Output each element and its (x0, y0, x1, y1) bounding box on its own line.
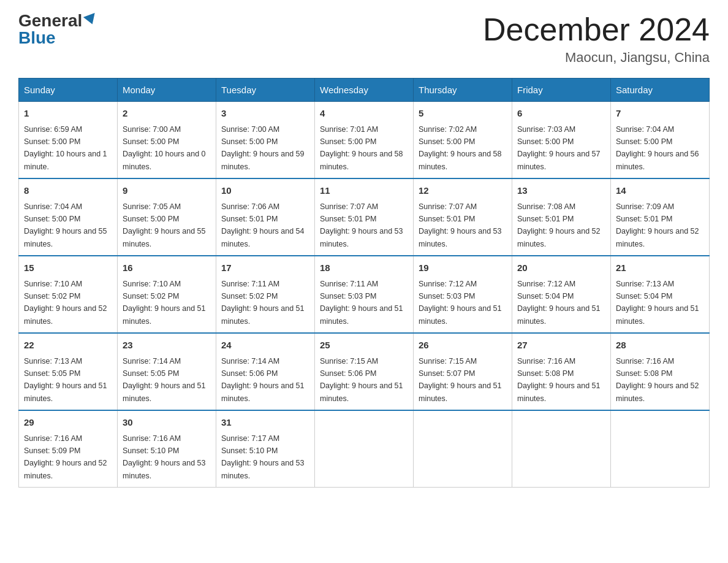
day-info: Sunrise: 7:16 AMSunset: 5:09 PMDaylight:… (24, 434, 107, 480)
col-tuesday: Tuesday (216, 79, 315, 102)
calendar-cell: 30 Sunrise: 7:16 AMSunset: 5:10 PMDaylig… (118, 410, 216, 488)
calendar-cell (512, 410, 611, 488)
day-info: Sunrise: 7:02 AMSunset: 5:00 PMDaylight:… (419, 125, 502, 171)
calendar-cell: 21 Sunrise: 7:13 AMSunset: 5:04 PMDaylig… (611, 256, 710, 333)
calendar-cell: 29 Sunrise: 7:16 AMSunset: 5:09 PMDaylig… (19, 410, 118, 488)
calendar-cell: 14 Sunrise: 7:09 AMSunset: 5:01 PMDaylig… (611, 178, 710, 256)
day-number: 11 (320, 184, 408, 198)
calendar-cell: 26 Sunrise: 7:15 AMSunset: 5:07 PMDaylig… (414, 333, 512, 410)
calendar-cell (414, 410, 512, 488)
day-info: Sunrise: 7:16 AMSunset: 5:08 PMDaylight:… (517, 357, 601, 403)
calendar-cell: 31 Sunrise: 7:17 AMSunset: 5:10 PMDaylig… (216, 410, 315, 488)
day-info: Sunrise: 7:07 AMSunset: 5:01 PMDaylight:… (419, 202, 502, 248)
col-wednesday: Wednesday (315, 79, 414, 102)
day-number: 23 (123, 339, 211, 353)
day-number: 28 (616, 339, 704, 353)
calendar-cell: 18 Sunrise: 7:11 AMSunset: 5:03 PMDaylig… (315, 256, 414, 333)
day-info: Sunrise: 7:04 AMSunset: 5:00 PMDaylight:… (616, 125, 699, 171)
day-info: Sunrise: 7:07 AMSunset: 5:01 PMDaylight:… (320, 202, 403, 248)
calendar-cell: 28 Sunrise: 7:16 AMSunset: 5:08 PMDaylig… (611, 333, 710, 410)
day-info: Sunrise: 7:17 AMSunset: 5:10 PMDaylight:… (221, 434, 305, 480)
logo-triangle-icon (83, 13, 98, 26)
calendar-cell: 25 Sunrise: 7:15 AMSunset: 5:06 PMDaylig… (315, 333, 414, 410)
calendar-cell: 17 Sunrise: 7:11 AMSunset: 5:02 PMDaylig… (216, 256, 315, 333)
day-number: 24 (221, 339, 309, 353)
calendar-cell: 9 Sunrise: 7:05 AMSunset: 5:00 PMDayligh… (118, 178, 216, 256)
day-info: Sunrise: 7:05 AMSunset: 5:00 PMDaylight:… (123, 202, 206, 248)
page-header: General Blue December 2024 Maocun, Jiang… (18, 12, 710, 66)
location-subtitle: Maocun, Jiangsu, China (483, 50, 710, 66)
calendar-cell: 27 Sunrise: 7:16 AMSunset: 5:08 PMDaylig… (512, 333, 611, 410)
day-number: 6 (517, 107, 605, 121)
calendar-cell: 3 Sunrise: 7:00 AMSunset: 5:00 PMDayligh… (216, 102, 315, 179)
day-number: 8 (24, 184, 112, 198)
day-number: 13 (517, 184, 605, 198)
month-title: December 2024 (483, 12, 710, 47)
day-number: 9 (123, 184, 211, 198)
calendar-cell: 24 Sunrise: 7:14 AMSunset: 5:06 PMDaylig… (216, 333, 315, 410)
day-number: 5 (419, 107, 507, 121)
calendar-week-row: 29 Sunrise: 7:16 AMSunset: 5:09 PMDaylig… (19, 410, 710, 488)
day-info: Sunrise: 7:11 AMSunset: 5:03 PMDaylight:… (320, 280, 403, 326)
calendar-cell: 23 Sunrise: 7:14 AMSunset: 5:05 PMDaylig… (118, 333, 216, 410)
col-monday: Monday (118, 79, 216, 102)
day-number: 1 (24, 107, 112, 121)
day-info: Sunrise: 7:14 AMSunset: 5:06 PMDaylight:… (221, 357, 305, 403)
day-info: Sunrise: 7:13 AMSunset: 5:05 PMDaylight:… (24, 357, 107, 403)
day-number: 10 (221, 184, 309, 198)
day-info: Sunrise: 7:00 AMSunset: 5:00 PMDaylight:… (123, 125, 206, 171)
day-info: Sunrise: 7:15 AMSunset: 5:06 PMDaylight:… (320, 357, 403, 403)
calendar-cell: 4 Sunrise: 7:01 AMSunset: 5:00 PMDayligh… (315, 102, 414, 179)
col-thursday: Thursday (414, 79, 512, 102)
day-number: 26 (419, 339, 507, 353)
day-info: Sunrise: 7:16 AMSunset: 5:08 PMDaylight:… (616, 357, 699, 403)
day-info: Sunrise: 7:06 AMSunset: 5:01 PMDaylight:… (221, 202, 305, 248)
day-number: 31 (221, 416, 309, 430)
calendar-cell: 15 Sunrise: 7:10 AMSunset: 5:02 PMDaylig… (19, 256, 118, 333)
calendar-body: 1 Sunrise: 6:59 AMSunset: 5:00 PMDayligh… (19, 102, 710, 488)
col-saturday: Saturday (611, 79, 710, 102)
day-info: Sunrise: 6:59 AMSunset: 5:00 PMDaylight:… (24, 125, 107, 171)
title-section: December 2024 Maocun, Jiangsu, China (483, 12, 710, 66)
day-info: Sunrise: 7:11 AMSunset: 5:02 PMDaylight:… (221, 280, 305, 326)
calendar-cell: 5 Sunrise: 7:02 AMSunset: 5:00 PMDayligh… (414, 102, 512, 179)
calendar-cell: 19 Sunrise: 7:12 AMSunset: 5:03 PMDaylig… (414, 256, 512, 333)
day-info: Sunrise: 7:01 AMSunset: 5:00 PMDaylight:… (320, 125, 403, 171)
calendar-week-row: 8 Sunrise: 7:04 AMSunset: 5:00 PMDayligh… (19, 178, 710, 256)
calendar-cell (315, 410, 414, 488)
day-number: 30 (123, 416, 211, 430)
calendar-cell: 11 Sunrise: 7:07 AMSunset: 5:01 PMDaylig… (315, 178, 414, 256)
calendar-cell: 13 Sunrise: 7:08 AMSunset: 5:01 PMDaylig… (512, 178, 611, 256)
day-number: 29 (24, 416, 112, 430)
logo-blue-text: Blue (18, 28, 56, 47)
day-info: Sunrise: 7:15 AMSunset: 5:07 PMDaylight:… (419, 357, 502, 403)
calendar-cell: 7 Sunrise: 7:04 AMSunset: 5:00 PMDayligh… (611, 102, 710, 179)
day-number: 25 (320, 339, 408, 353)
day-number: 16 (123, 261, 211, 275)
calendar-cell: 22 Sunrise: 7:13 AMSunset: 5:05 PMDaylig… (19, 333, 118, 410)
day-info: Sunrise: 7:08 AMSunset: 5:01 PMDaylight:… (517, 202, 601, 248)
day-info: Sunrise: 7:04 AMSunset: 5:00 PMDaylight:… (24, 202, 107, 248)
day-info: Sunrise: 7:13 AMSunset: 5:04 PMDaylight:… (616, 280, 699, 326)
calendar-cell: 6 Sunrise: 7:03 AMSunset: 5:00 PMDayligh… (512, 102, 611, 179)
day-number: 15 (24, 261, 112, 275)
calendar-week-row: 15 Sunrise: 7:10 AMSunset: 5:02 PMDaylig… (19, 256, 710, 333)
day-info: Sunrise: 7:10 AMSunset: 5:02 PMDaylight:… (24, 280, 107, 326)
day-info: Sunrise: 7:14 AMSunset: 5:05 PMDaylight:… (123, 357, 206, 403)
day-number: 14 (616, 184, 704, 198)
calendar-header: Sunday Monday Tuesday Wednesday Thursday… (19, 79, 710, 102)
day-number: 3 (221, 107, 309, 121)
calendar-cell: 10 Sunrise: 7:06 AMSunset: 5:01 PMDaylig… (216, 178, 315, 256)
day-number: 21 (616, 261, 704, 275)
day-number: 17 (221, 261, 309, 275)
calendar-cell: 16 Sunrise: 7:10 AMSunset: 5:02 PMDaylig… (118, 256, 216, 333)
calendar-week-row: 22 Sunrise: 7:13 AMSunset: 5:05 PMDaylig… (19, 333, 710, 410)
day-number: 12 (419, 184, 507, 198)
calendar-cell: 20 Sunrise: 7:12 AMSunset: 5:04 PMDaylig… (512, 256, 611, 333)
calendar-table: Sunday Monday Tuesday Wednesday Thursday… (18, 78, 710, 488)
day-number: 20 (517, 261, 605, 275)
calendar-cell: 8 Sunrise: 7:04 AMSunset: 5:00 PMDayligh… (19, 178, 118, 256)
col-friday: Friday (512, 79, 611, 102)
day-info: Sunrise: 7:03 AMSunset: 5:00 PMDaylight:… (517, 125, 601, 171)
logo: General Blue (18, 12, 97, 47)
